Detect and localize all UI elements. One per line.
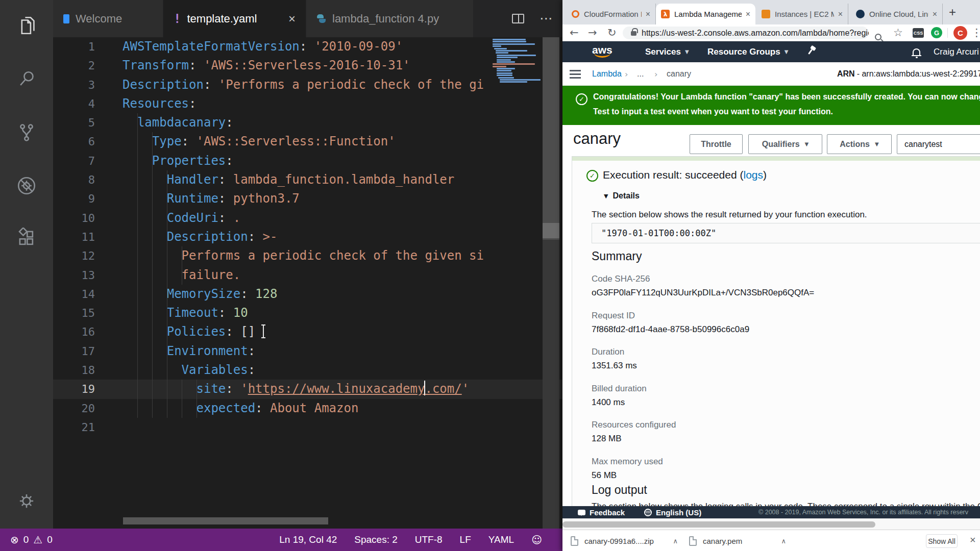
breadcrumb-ellipsis[interactable]: ... xyxy=(637,62,644,86)
code-line-5[interactable]: 5 lambdacanary: xyxy=(53,113,562,132)
more-actions-icon[interactable]: ⋯ xyxy=(540,11,553,27)
code-line-12[interactable]: 12 Performs a periodic check of the give… xyxy=(53,246,562,265)
code-line-13[interactable]: 13 failure. xyxy=(53,266,562,285)
code-line-16[interactable]: 16 Policies: [] xyxy=(53,322,562,341)
breadcrumb-separator: › xyxy=(654,62,657,86)
forward-icon[interactable]: → xyxy=(588,24,597,41)
minimap[interactable] xyxy=(493,39,542,86)
close-icon[interactable]: × xyxy=(933,10,937,19)
notifications-bell-icon[interactable] xyxy=(913,41,920,62)
editor-vertical-scrollbar[interactable] xyxy=(543,37,559,529)
code-line-3[interactable]: 3Description: 'Performs a periodic check… xyxy=(53,76,562,94)
resource-groups-menu[interactable]: Resource Groups▼ xyxy=(707,41,788,62)
grammarly-extension-icon[interactable]: G xyxy=(931,27,942,38)
details-toggle[interactable]: ▼ Details xyxy=(604,191,640,201)
check-circle-icon: ✓ xyxy=(576,93,587,105)
indent-guide xyxy=(167,170,167,418)
code-editor[interactable]: 1AWSTemplateFormatVersion: '2010-09-09'2… xyxy=(53,37,562,529)
close-icon[interactable]: × xyxy=(838,10,843,19)
code-line-15[interactable]: 15 Timeout: 10 xyxy=(53,304,562,322)
chevron-up-icon[interactable]: ∧ xyxy=(781,537,786,545)
line-number: 16 xyxy=(53,322,95,341)
status-item[interactable]: YAML xyxy=(488,534,514,545)
close-icon[interactable]: × xyxy=(281,12,296,26)
test-event-select[interactable]: canarytest xyxy=(897,134,980,154)
editor-tab-lambda-function-4-py[interactable]: lambda_function 4.py xyxy=(306,0,474,37)
close-icon[interactable]: × xyxy=(646,10,650,19)
page-title: canary xyxy=(573,130,621,148)
source-control-icon[interactable] xyxy=(16,122,37,143)
status-item[interactable]: Spaces: 2 xyxy=(354,534,398,545)
code-line-1[interactable]: 1AWSTemplateFormatVersion: '2010-09-09' xyxy=(53,37,562,56)
tab-title: Lambda Managemen xyxy=(674,10,742,18)
code-line-21[interactable]: 21 xyxy=(53,418,562,437)
errors-icon[interactable]: ⊗ xyxy=(10,534,19,546)
code-line-6[interactable]: 6 Type: 'AWS::Serverless::Function' xyxy=(53,132,562,151)
code-line-7[interactable]: 7 Properties: xyxy=(53,152,562,170)
language-selector[interactable]: English (US) xyxy=(644,506,701,518)
editor-horizontal-scrollbar[interactable] xyxy=(123,517,328,524)
download-item[interactable]: canary-0991a6....zip∧ xyxy=(571,530,678,551)
code-line-9[interactable]: 9 Runtime: python3.7 xyxy=(53,189,562,208)
page-scrollbar-thumb[interactable] xyxy=(562,521,875,528)
chevron-up-icon[interactable]: ∧ xyxy=(673,537,678,545)
explorer-icon[interactable] xyxy=(16,15,37,36)
reload-icon[interactable]: ↻ xyxy=(607,24,617,41)
gear-icon[interactable] xyxy=(16,490,37,512)
address-bar[interactable]: https://us-west-2.console.aws.amazon.com… xyxy=(623,27,869,39)
browser-tab-2[interactable]: λLambda Managemen× xyxy=(656,4,755,24)
logs-link[interactable]: logs xyxy=(744,169,764,181)
extensions-icon[interactable] xyxy=(16,228,37,249)
code-line-10[interactable]: 10 CodeUri: . xyxy=(53,209,562,228)
code-line-2[interactable]: 2Transform: 'AWS::Serverless-2016-10-31' xyxy=(53,56,562,75)
url-text[interactable]: https://us-west-2.console.aws.amazon.com… xyxy=(642,29,869,38)
code-line-19[interactable]: 19 site: 'https://www.linuxacademy.com/' xyxy=(53,380,562,398)
actions-button[interactable]: Actions▼ xyxy=(827,134,892,154)
services-menu[interactable]: Services▼ xyxy=(645,41,689,62)
throttle-button[interactable]: Throttle xyxy=(690,134,743,154)
profile-avatar[interactable]: C xyxy=(953,26,967,40)
errors-count[interactable]: 0 xyxy=(23,534,29,545)
qualifiers-button[interactable]: Qualifiers▼ xyxy=(748,134,822,154)
code-line-17[interactable]: 17 Environment: xyxy=(53,342,562,361)
console-menu-icon[interactable] xyxy=(570,62,581,86)
search-icon[interactable] xyxy=(16,68,37,90)
code-line-20[interactable]: 20 expected: About Amazon xyxy=(53,399,562,418)
code-line-11[interactable]: 11 Description: >- xyxy=(53,228,562,246)
css-extension-icon[interactable]: CSS xyxy=(913,28,924,38)
code-line-18[interactable]: 18 Variables: xyxy=(53,361,562,380)
page-horizontal-scrollbar[interactable] xyxy=(562,518,980,530)
code-line-8[interactable]: 8 Handler: lambda_function.lambda_handle… xyxy=(53,170,562,189)
bookmark-star-icon[interactable]: ☆ xyxy=(893,24,903,41)
status-item[interactable]: Ln 19, Col 42 xyxy=(279,534,337,545)
editor-tab-welcome[interactable]: Welcome xyxy=(53,0,163,37)
warnings-icon[interactable]: ⚠ xyxy=(33,534,42,546)
status-item[interactable]: UTF-8 xyxy=(415,534,443,545)
back-icon[interactable]: ← xyxy=(570,24,579,41)
browser-tab-1[interactable]: CloudFormation De× xyxy=(567,4,656,24)
user-menu[interactable]: Craig Arcuri xyxy=(934,41,979,62)
status-item[interactable]: LF xyxy=(460,534,471,545)
breadcrumb-lambda[interactable]: Lambda xyxy=(592,62,622,86)
pin-icon[interactable] xyxy=(810,41,811,62)
debug-disabled-icon[interactable] xyxy=(16,175,37,196)
code-line-14[interactable]: 14 MemorySize: 128 xyxy=(53,285,562,304)
downloads-close-icon[interactable]: × xyxy=(970,534,976,546)
code-line-4[interactable]: 4Resources: xyxy=(53,94,562,113)
warnings-count[interactable]: 0 xyxy=(47,534,53,545)
editor-tab-template-yaml[interactable]: !template.yaml× xyxy=(163,0,306,37)
browser-tab-4[interactable]: Online Cloud, Linux,× xyxy=(851,4,943,24)
vertical-scrollbar-thumb[interactable] xyxy=(543,37,559,240)
new-tab-button[interactable]: + xyxy=(949,5,956,19)
split-editor-icon[interactable] xyxy=(512,14,524,23)
aws-logo[interactable]: aws xyxy=(592,41,612,62)
browser-menu-icon[interactable]: ⋮ xyxy=(971,24,980,41)
show-all-button[interactable]: Show All xyxy=(926,534,958,548)
line-number: 8 xyxy=(53,170,95,189)
download-item[interactable]: canary.pem∧ xyxy=(689,530,786,551)
close-icon[interactable]: × xyxy=(746,10,750,19)
browser-tab-3[interactable]: Instances | EC2 Ma× xyxy=(756,4,848,24)
banner-line-2: Test to input a test event when you want… xyxy=(593,107,833,116)
feedback-smiley-icon[interactable]: ☺ xyxy=(531,534,542,546)
feedback-button[interactable]: Feedback xyxy=(578,506,625,518)
